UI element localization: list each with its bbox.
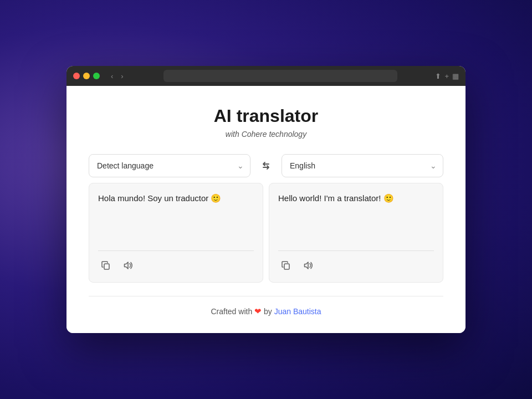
target-speak-button[interactable]	[300, 258, 316, 273]
svg-rect-1	[284, 264, 289, 269]
language-selector-row: Detect language Spanish French German ⌄ …	[89, 154, 443, 177]
browser-window: ‹ › ⬆ + ▦ AI translator with Cohere tech…	[66, 66, 466, 333]
browser-titlebar: ‹ › ⬆ + ▦	[66, 66, 466, 86]
forward-button[interactable]: ›	[119, 71, 125, 81]
target-language-select[interactable]: English Spanish French German	[282, 154, 443, 177]
author-link[interactable]: Juan Bautista	[274, 307, 321, 316]
volume-icon	[303, 260, 314, 271]
source-language-wrapper: Detect language Spanish French German ⌄	[89, 154, 250, 177]
traffic-lights	[73, 73, 100, 79]
swap-icon	[260, 160, 272, 172]
source-text: Hola mundo! Soy un traductor 🙂	[98, 192, 254, 242]
address-bar[interactable]	[163, 70, 398, 82]
close-button[interactable]	[73, 73, 80, 79]
source-copy-button[interactable]	[98, 258, 114, 273]
volume-icon	[122, 260, 134, 271]
add-tab-icon[interactable]: +	[444, 72, 449, 80]
footer: Crafted with ❤ by Juan Bautista	[89, 296, 443, 316]
source-panel-actions	[98, 250, 254, 273]
target-text-panel: Hello world! I'm a translator! 🙂	[269, 183, 443, 283]
source-text-panel: Hola mundo! Soy un traductor 🙂	[89, 183, 263, 283]
app-subtitle: with Cohere technology	[89, 130, 443, 139]
app-title: AI translator	[89, 106, 443, 126]
target-text: Hello world! I'm a translator! 🙂	[278, 192, 434, 242]
target-panel-actions	[278, 250, 434, 273]
footer-text-before: Crafted with	[211, 307, 252, 316]
target-language-wrapper: English Spanish French German ⌄	[282, 154, 443, 177]
maximize-button[interactable]	[93, 73, 100, 79]
share-icon[interactable]: ⬆	[435, 72, 441, 80]
footer-text-middle: by	[264, 307, 274, 316]
source-language-select[interactable]: Detect language Spanish French German	[89, 154, 250, 177]
target-copy-button[interactable]	[278, 258, 294, 273]
heart-icon: ❤	[254, 306, 262, 316]
minimize-button[interactable]	[83, 73, 90, 79]
svg-rect-0	[104, 264, 109, 269]
text-panels: Hola mundo! Soy un traductor 🙂	[89, 183, 443, 283]
source-speak-button[interactable]	[120, 258, 136, 273]
copy-icon	[280, 260, 291, 271]
copy-icon	[100, 260, 111, 271]
swap-languages-button[interactable]	[256, 156, 276, 176]
browser-actions: ⬆ + ▦	[435, 72, 459, 80]
back-button[interactable]: ‹	[109, 71, 115, 81]
sidebar-icon[interactable]: ▦	[452, 72, 459, 80]
browser-controls: ‹ ›	[109, 71, 126, 81]
browser-content: AI translator with Cohere technology Det…	[66, 86, 466, 333]
